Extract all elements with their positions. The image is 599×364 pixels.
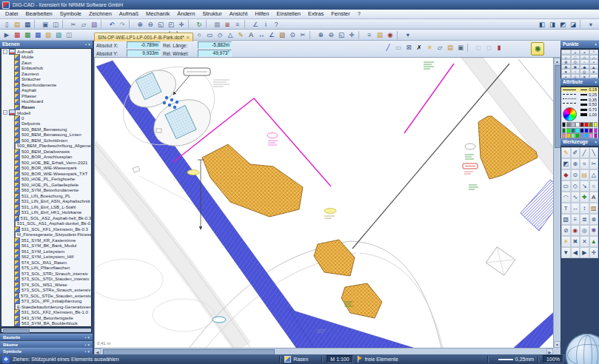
expand-icon[interactable]: ▾ [87,343,90,347]
tool-button[interactable]: ∿ [571,192,580,203]
layer-item[interactable]: 563_SYM_BA_Boulderblock [1,321,91,327]
tool-button[interactable]: ✐ [571,147,580,158]
line-width-option[interactable]: 0,25 [579,92,598,98]
asphalt-areas[interactable] [202,116,538,318]
palette-color[interactable] [589,122,592,127]
layer-tree-hscrollbar[interactable] [1,328,92,333]
blocks-icon[interactable]: ▤ [375,30,385,39]
snap-center-icon[interactable]: ◉ [386,30,395,39]
tool-button[interactable]: ✱ [589,225,599,236]
palette-color[interactable] [566,128,570,133]
open-file-icon[interactable]: ▤ [13,20,22,29]
select-box-icon[interactable]: ▭ [394,43,404,52]
tool-button[interactable]: ⊘ [561,225,571,236]
palette-color[interactable] [594,122,598,127]
tool-button[interactable]: ↘ [580,181,589,192]
tool-button[interactable]: T [561,203,571,214]
panel-symbole[interactable]: Symbole▪▾ [0,348,93,354]
palette-color[interactable] [580,128,583,133]
expand-icon[interactable]: ▾ [87,335,90,340]
print-view-icon[interactable]: ▣ [456,43,466,52]
canvas-vscrollbar[interactable]: ▲ ▼ [553,58,560,348]
tool-button[interactable]: ◉ [571,225,580,236]
info-icon[interactable]: i [261,20,271,29]
rel-len-value[interactable]: -5,882m [198,41,232,49]
tool-button[interactable]: ✛ [589,247,599,258]
attribute-header[interactable]: Attribute ▾ [560,78,599,87]
scroll-left-icon[interactable]: ◀ [94,348,101,354]
expand-icon[interactable]: − [3,50,7,54]
help-icon[interactable]: ? [272,20,281,29]
palette-color[interactable] [562,128,566,133]
zoom-indicator[interactable]: 100% [543,355,563,363]
draw-polygon-icon[interactable]: ◇ [215,30,225,39]
undo-icon[interactable]: ↶ [107,20,117,29]
current-layer-label[interactable]: Rasen [293,357,308,362]
layer-green-icon[interactable]: ▦ [23,30,33,39]
print-icon[interactable]: ▣ [41,20,50,29]
layer-cyan-icon[interactable]: ▨ [54,30,64,39]
tool-button[interactable]: ✚ [580,192,589,203]
collapse-icon[interactable]: ▾ [88,41,90,48]
mode-indicator[interactable]: freie Elemente [365,357,398,362]
copy-element-icon[interactable]: ▱ [435,43,445,52]
drawing-canvas[interactable]: 0,41 m [94,58,553,348]
tool-button[interactable]: ▤ [580,169,589,181]
tool-button[interactable]: ▼ [561,247,571,258]
tool-button[interactable]: ◩ [561,158,571,169]
tool-button[interactable]: ╲ [589,147,599,158]
layer-yellow-icon[interactable]: ▧ [44,30,53,39]
abs-y-value[interactable]: 9,933m [127,50,161,57]
palette-color[interactable] [584,128,588,133]
line-width-option[interactable]: 0,35 [579,97,598,102]
paste-icon[interactable]: ▨ [90,20,99,29]
print-preview-icon[interactable]: ◫ [51,20,61,29]
tool-button[interactable]: ✎ [561,147,571,158]
pan-icon[interactable]: ✛ [177,20,187,29]
trim-icon[interactable]: ✂ [298,30,308,39]
menu-einstellen[interactable]: Einstellen [272,10,304,18]
expand-icon[interactable]: − [3,110,7,115]
document-tab[interactable]: SIN-OP-WIE-LP1-LP-001-F-B-Park.dcd* × [94,33,193,41]
zoom-extents-icon[interactable]: ◰ [167,20,176,29]
tool-button[interactable]: ↕ [580,203,589,214]
draw-text-icon[interactable]: A [247,30,256,39]
zoom-window-2-icon[interactable]: ◱ [337,30,347,39]
more-tools-icon[interactable]: ▾ [404,30,413,39]
cut-icon[interactable]: ✂ [69,20,78,29]
tool-button[interactable]: ◆ [561,169,571,181]
point-icon[interactable]: ⊙ [288,30,298,39]
tool-button[interactable]: ≈ [580,158,589,169]
view-top-icon[interactable]: ◩ [558,20,568,29]
scroll-right-icon[interactable]: ▶ [546,348,553,354]
view-right-icon[interactable]: ◨ [548,20,558,29]
tool-button[interactable]: ⊕ [571,158,580,169]
redo-icon[interactable]: ↷ [118,20,127,29]
panel-bauteile[interactable]: Bauteile▪▾ [0,334,93,340]
draw-rectangle-icon[interactable]: ▭ [205,30,215,39]
palette-color[interactable] [571,122,575,127]
tool-button[interactable]: ⊙ [571,169,580,181]
pin-icon[interactable]: ▪ [85,343,87,347]
open-symbol-icon[interactable]: ▤ [446,43,455,52]
palette-color[interactable] [571,128,575,133]
tool-button[interactable]: ✕ [580,236,589,247]
palette-color[interactable] [566,122,570,127]
layer-manager-icon[interactable]: ≣ [223,20,232,29]
inactive-2-icon[interactable]: ◻ [484,43,494,52]
view-bottom-icon[interactable]: ◪ [569,20,578,29]
layer-blue-icon[interactable]: ▦ [33,30,43,39]
new-file-icon[interactable]: ▯ [2,20,12,29]
menu-symbole[interactable]: Symbole [56,10,85,18]
zoom-window-icon[interactable]: ◱ [156,20,166,29]
canvas-hscrollbar[interactable]: ◀ ▶ [94,348,553,354]
line-width-option[interactable]: 0,70 [579,107,598,112]
zoom-all-button[interactable]: ✺ [531,42,544,55]
expand-icon[interactable]: ▾ [87,349,90,354]
tool-button[interactable]: ▶ [580,247,589,258]
tool-button[interactable]: ◀ [571,247,580,258]
menu-hilfen[interactable]: Hilfen [251,10,272,18]
inactive-1-icon[interactable]: ◻ [474,43,483,52]
panel-bume[interactable]: Bäume▪▾ [0,341,93,348]
scroll-down-icon[interactable]: ▼ [554,341,560,348]
